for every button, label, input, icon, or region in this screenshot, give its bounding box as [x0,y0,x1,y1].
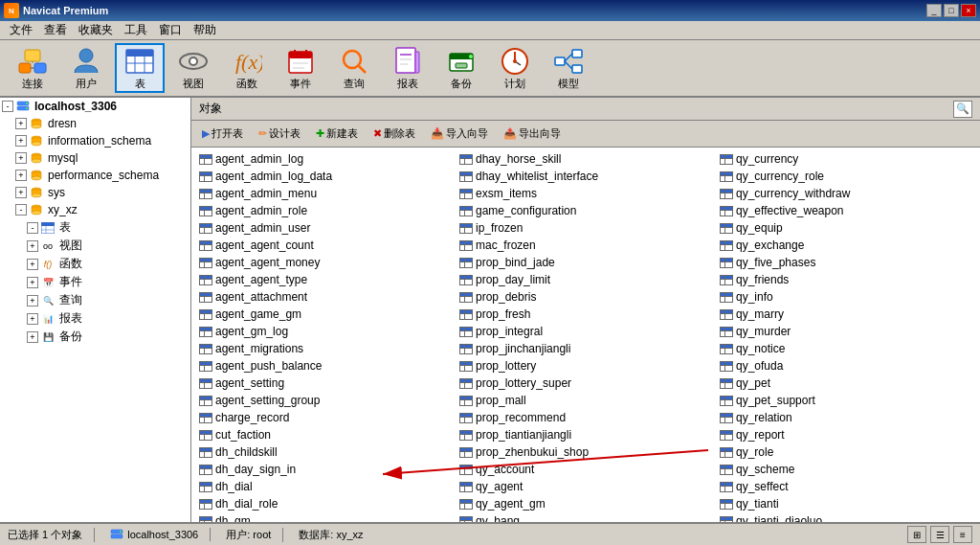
table-item[interactable]: qy_pet [716,375,976,391]
table-item[interactable]: qy_equip [716,220,976,236]
table-item[interactable]: qy_role [716,444,976,460]
expand-icon8[interactable]: - [27,222,38,234]
db-information-schema[interactable]: + information_schema [0,132,190,149]
table-item[interactable]: dh_dial_role [195,496,456,511]
table-item[interactable]: qy_seffect [716,479,976,494]
table-item[interactable]: dh_childskill [195,444,456,460]
table-item[interactable]: qy_five_phases [716,255,976,270]
export-wizard-btn[interactable]: 📤 导出向导 [497,124,568,144]
table-item[interactable]: prop_bind_jade [456,255,716,270]
import-wizard-btn[interactable]: 📥 导入向导 [424,124,495,144]
sidebar-queries[interactable]: + 🔍 查询 [0,291,190,309]
expand-icon12[interactable]: + [27,295,38,307]
sidebar-views[interactable]: + oo 视图 [0,237,190,255]
table-item[interactable]: qy_murder [716,324,976,339]
table-item[interactable]: game_configuration [456,203,716,218]
expand-icon2[interactable]: + [15,118,27,129]
table-item[interactable]: qy_effective_weapon [716,203,976,218]
menu-help[interactable]: 帮助 [188,20,222,40]
table-item[interactable]: qy_agent_gm [456,496,716,511]
table-item[interactable]: qy_tianti_diaoluo [716,513,976,522]
expand-icon10[interactable]: + [27,259,38,270]
toolbar-event[interactable]: 事件 [276,43,325,93]
table-item[interactable]: qy_currency [716,151,976,167]
table-item[interactable]: ip_frozen [456,220,716,236]
expand-icon[interactable]: - [2,101,13,112]
table-item[interactable]: cut_faction [195,427,456,443]
table-item[interactable]: agent_agent_type [195,272,456,287]
table-item[interactable]: agent_setting_group [195,393,456,408]
menu-favorites[interactable]: 收藏夹 [73,20,119,40]
table-item[interactable]: agent_agent_count [195,238,456,253]
table-item[interactable]: prop_mall [456,393,716,408]
table-item[interactable]: prop_tiantianjiangli [456,427,716,443]
expand-icon7[interactable]: - [15,204,27,216]
table-item[interactable]: prop_lottery [456,358,716,374]
db-mysql[interactable]: + mysql [0,149,190,167]
table-item[interactable]: dh_day_sign_in [195,462,456,477]
table-item[interactable]: qy_bang [456,513,716,522]
new-table-btn[interactable]: ✚ 新建表 [309,124,365,144]
toolbar-report[interactable]: 报表 [383,43,433,93]
table-item[interactable]: qy_exchange [716,238,976,253]
table-item[interactable]: prop_debris [456,289,716,305]
toolbar-model[interactable]: 模型 [544,43,593,93]
expand-icon5[interactable]: + [15,170,27,181]
grid-view-btn[interactable]: ⊞ [907,526,926,543]
toolbar-query[interactable]: 查询 [329,43,379,93]
expand-icon11[interactable]: + [27,277,38,288]
table-item[interactable]: agent_game_gm [195,307,456,322]
sidebar-connection[interactable]: - localhost_3306 [0,98,190,115]
table-item[interactable]: prop_zhenbukui_shop [456,444,716,460]
expand-icon9[interactable]: + [27,240,38,252]
expand-icon14[interactable]: + [27,331,38,343]
table-item[interactable]: dh_gm [195,513,456,522]
toolbar-backup[interactable]: 备份 [436,43,486,93]
window-controls[interactable]: _ □ × [926,4,976,17]
db-xy-xz[interactable]: - xy_xz [0,201,190,218]
table-item[interactable]: qy_currency_withdraw [716,186,976,201]
expand-icon3[interactable]: + [15,135,27,147]
table-item[interactable]: agent_setting [195,375,456,391]
db-sys[interactable]: + sys [0,184,190,201]
table-item[interactable]: qy_friends [716,272,976,287]
table-item[interactable]: qy_scheme [716,462,976,477]
table-item[interactable]: qy_tianti [716,496,976,511]
expand-icon4[interactable]: + [15,152,27,164]
sidebar-tables[interactable]: - 表 [0,218,190,237]
table-item[interactable]: prop_recommend [456,410,716,425]
table-item[interactable]: prop_lottery_super [456,375,716,391]
table-item[interactable]: qy_report [716,427,976,443]
menu-file[interactable]: 文件 [4,20,38,40]
table-item[interactable]: agent_admin_log_data [195,169,456,184]
minimize-btn[interactable]: _ [926,4,942,17]
table-item[interactable]: prop_integral [456,324,716,339]
toolbar-user[interactable]: 用户 [61,43,111,93]
open-table-btn[interactable]: ▶ 打开表 [195,124,250,144]
maximize-btn[interactable]: □ [944,4,959,17]
table-item[interactable]: agent_admin_user [195,220,456,236]
toolbar-table[interactable]: 表 [115,43,165,93]
table-item[interactable]: prop_jinchanjiangli [456,341,716,356]
close-btn[interactable]: × [961,4,976,17]
table-item[interactable]: agent_agent_money [195,255,456,270]
menu-tools[interactable]: 工具 [119,20,153,40]
expand-icon6[interactable]: + [15,187,27,198]
table-item[interactable]: agent_migrations [195,341,456,356]
db-performance-schema[interactable]: + performance_schema [0,167,190,184]
toolbar-schedule[interactable]: 计划 [490,43,540,93]
expand-icon13[interactable]: + [27,313,38,325]
table-item[interactable]: qy_ofuda [716,358,976,374]
table-item[interactable]: qy_pet_support [716,393,976,408]
table-item[interactable]: qy_info [716,289,976,305]
table-item[interactable]: charge_record [195,410,456,425]
table-item[interactable]: agent_admin_log [195,151,456,167]
table-item[interactable]: prop_day_limit [456,272,716,287]
list-view-btn[interactable]: ☰ [930,526,949,543]
table-item[interactable]: qy_marry [716,307,976,322]
table-item[interactable]: agent_gm_log [195,324,456,339]
sidebar-functions[interactable]: + f() 函数 [0,255,190,273]
table-item[interactable]: agent_attachment [195,289,456,305]
delete-table-btn[interactable]: ✖ 删除表 [367,124,422,144]
table-item[interactable]: dh_dial [195,479,456,494]
